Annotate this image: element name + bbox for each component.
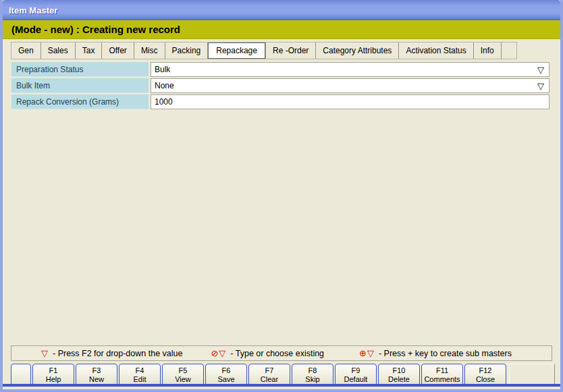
tab-tax[interactable]: Tax <box>76 43 103 59</box>
item-master-window: Item Master (Mode - new) : Creating new … <box>0 0 563 392</box>
tab-info[interactable]: Info <box>474 43 502 59</box>
tab-sales[interactable]: Sales <box>41 43 76 59</box>
f9-default-button[interactable]: F9 Default <box>335 364 377 387</box>
repack-conversion-label: Repack Conversion (Grams) <box>11 94 149 109</box>
button-label: View <box>175 375 191 384</box>
f5-view-button[interactable]: F5 View <box>162 364 204 387</box>
tab-packing[interactable]: Packing <box>165 43 209 59</box>
function-key-bar: F1 Help F3 New F4 Edit F5 View F6 Save F… <box>11 364 555 387</box>
blank-button[interactable] <box>11 364 31 387</box>
button-label: Delete <box>388 375 410 384</box>
repack-conversion-field[interactable]: 1000 <box>151 94 549 109</box>
button-label: Clear <box>261 375 278 384</box>
f7-clear-button[interactable]: F7 Clear <box>248 364 290 387</box>
legend-item-dropdown: ▽ - Press F2 for drop-down the value <box>41 348 182 358</box>
button-label: Edit <box>134 375 146 384</box>
title-bar: Item Master <box>3 0 560 20</box>
tab-misc[interactable]: Misc <box>134 43 165 59</box>
repack-conversion-value: 1000 <box>155 97 545 107</box>
f6-save-button[interactable]: F6 Save <box>205 364 247 387</box>
f1-help-button[interactable]: F1 Help <box>32 364 74 387</box>
dropdown-triangle-icon[interactable]: ▽ <box>537 65 545 74</box>
legend-item-type-or-choose: ⊘▽ - Type or choose existing <box>211 348 324 358</box>
dropdown-triangle-icon[interactable]: ▽ <box>537 82 545 90</box>
type-or-choose-legend-icon: ⊘▽ <box>211 348 226 358</box>
f10-delete-button[interactable]: F10 Delete <box>378 364 420 387</box>
legend-text-sub-masters: - Press + key to create sub masters <box>379 349 512 358</box>
legend-item-sub-masters: ⊕▽ - Press + key to create sub masters <box>359 348 512 358</box>
mode-status-text: (Mode - new) : Creating new record <box>11 24 180 35</box>
button-key: F1 <box>49 366 58 375</box>
f3-new-button[interactable]: F3 New <box>76 364 117 387</box>
sub-masters-legend-icon: ⊕▽ <box>359 348 375 358</box>
preparation-status-field[interactable]: Bulk ▽ <box>151 62 549 77</box>
tab-offer[interactable]: Offer <box>102 43 134 59</box>
button-key: F7 <box>265 366 274 375</box>
tab-re-order[interactable]: Re -Order <box>266 43 316 59</box>
button-label: Close <box>476 375 495 384</box>
main-content: Gen Sales Tax Offer Misc Packing Repacka… <box>3 39 560 387</box>
dropdown-legend-icon: ▽ <box>41 348 49 358</box>
legend-bar: ▽ - Press F2 for drop-down the value ⊘▽ … <box>11 345 552 361</box>
legend-text-type-or-choose: - Type or choose existing <box>230 349 324 358</box>
button-key: F10 <box>393 366 406 375</box>
window-title: Item Master <box>9 5 57 16</box>
window-bottom-edge <box>3 384 560 387</box>
button-label: Default <box>344 375 368 384</box>
button-label: Comments <box>424 375 460 384</box>
button-key: F3 <box>92 366 101 375</box>
tab-strip-filler <box>502 43 516 59</box>
f12-close-button[interactable]: F12 Close <box>464 364 506 387</box>
legend-text-dropdown: - Press F2 for drop-down the value <box>53 349 182 358</box>
mode-bar: (Mode - new) : Creating new record <box>3 20 560 39</box>
tab-repackage[interactable]: Repackage <box>208 43 266 59</box>
button-key: F12 <box>479 366 492 375</box>
button-label: Help <box>46 375 61 384</box>
button-key: F6 <box>222 366 231 375</box>
button-bar-filler <box>509 364 555 387</box>
bulk-item-label: Bulk Item <box>11 78 149 93</box>
f11-comments-button[interactable]: F11 Comments <box>421 364 463 387</box>
preparation-status-value: Bulk <box>155 65 537 74</box>
tab-gen[interactable]: Gen <box>11 43 41 59</box>
button-label: Skip <box>305 375 319 384</box>
f8-skip-button[interactable]: F8 Skip <box>292 364 333 387</box>
bulk-item-field[interactable]: None ▽ <box>151 78 549 93</box>
button-key: F4 <box>136 366 144 375</box>
button-label: Save <box>217 375 234 384</box>
form-row-preparation-status: Preparation Status Bulk ▽ <box>11 62 549 77</box>
f4-edit-button[interactable]: F4 Edit <box>119 364 161 387</box>
preparation-status-label: Preparation Status <box>11 62 149 77</box>
tab-category-attributes[interactable]: Category Attributes <box>316 43 399 59</box>
tab-activation-status[interactable]: Activation Status <box>399 43 473 59</box>
bulk-item-value: None <box>155 81 537 90</box>
tab-strip: Gen Sales Tax Offer Misc Packing Repacka… <box>11 42 517 59</box>
button-key: F8 <box>309 366 317 375</box>
form-row-bulk-item: Bulk Item None ▽ <box>11 78 549 93</box>
form-grid: Preparation Status Bulk ▽ Bulk Item None… <box>11 62 549 111</box>
form-row-repack-conversion: Repack Conversion (Grams) 1000 <box>11 94 549 109</box>
button-key: F9 <box>352 366 360 375</box>
button-label: New <box>89 375 104 384</box>
button-key: F11 <box>436 366 448 375</box>
button-key: F5 <box>179 366 188 375</box>
